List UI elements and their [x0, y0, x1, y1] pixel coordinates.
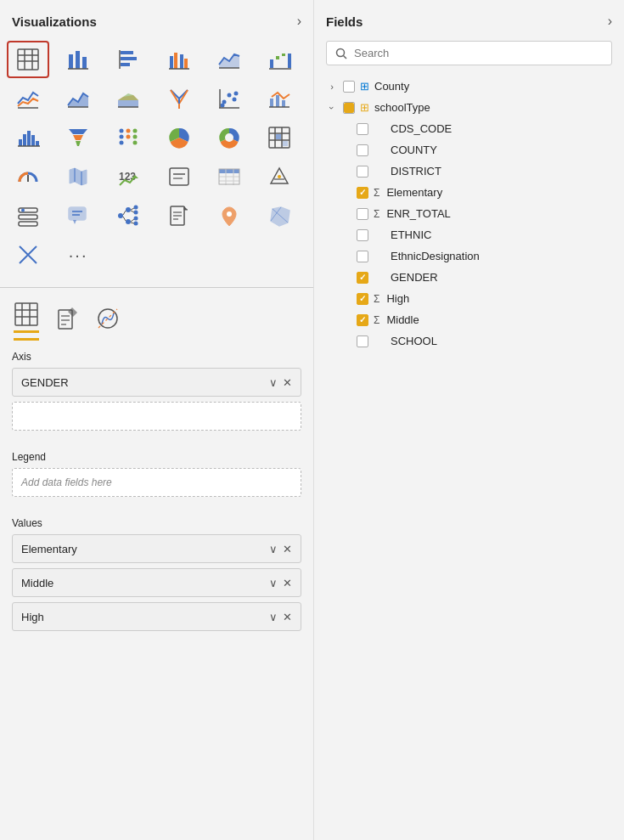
- viz-ribbon-icon[interactable]: [158, 80, 200, 117]
- enr-checkbox[interactable]: [357, 208, 368, 220]
- viz-kpi-icon[interactable]: 123: [107, 158, 149, 195]
- ethnic-checkbox[interactable]: [357, 229, 368, 241]
- viz-card-icon[interactable]: [158, 158, 200, 195]
- elementary-checkbox[interactable]: [357, 187, 368, 199]
- tree-middle-row[interactable]: Σ Middle: [334, 309, 617, 330]
- cds-label: CDS_CODE: [391, 122, 452, 135]
- viz-shape-map-icon[interactable]: [258, 197, 301, 234]
- search-box[interactable]: [326, 41, 612, 65]
- viz-waterfall-icon[interactable]: [258, 41, 301, 78]
- viz-map2-icon[interactable]: [208, 197, 250, 234]
- viz-smart-narrative-icon[interactable]: [258, 158, 301, 195]
- tree-ethnic-row[interactable]: ETHNIC: [334, 224, 617, 245]
- viz-matrix-icon[interactable]: [258, 119, 301, 156]
- county-checkbox[interactable]: [343, 81, 355, 93]
- tree-elementary-row[interactable]: Σ Elementary: [334, 182, 617, 203]
- viz-more-icon[interactable]: [7, 236, 49, 273]
- svg-line-103: [131, 211, 134, 212]
- values-field-high[interactable]: High ∨ ✕: [12, 602, 301, 631]
- viz-table2-icon[interactable]: [208, 158, 250, 195]
- county-field-checkbox[interactable]: [357, 144, 368, 156]
- viz-dotplot-icon[interactable]: [107, 119, 149, 156]
- viz-histogram-icon[interactable]: [7, 119, 49, 156]
- values-elementary-chevron-icon[interactable]: ∨: [269, 543, 278, 555]
- tree-enr-total-row[interactable]: Σ ENR_TOTAL: [334, 203, 617, 224]
- axis-empty-zone[interactable]: [12, 402, 301, 431]
- viz-speech-bubble-icon[interactable]: [57, 197, 99, 234]
- svg-line-101: [123, 217, 126, 221]
- cds-checkbox[interactable]: [357, 123, 368, 135]
- tree-high-row[interactable]: Σ High: [334, 288, 617, 309]
- values-middle-chevron-icon[interactable]: ∨: [269, 577, 278, 589]
- viz-horizontal-bar-icon[interactable]: [107, 41, 149, 78]
- values-field-middle[interactable]: Middle ∨ ✕: [12, 568, 301, 597]
- viz-stacked-area-icon[interactable]: [107, 80, 149, 117]
- tree-school-row[interactable]: SCHOOL: [334, 330, 617, 352]
- district-checkbox[interactable]: [357, 166, 368, 178]
- viz-expand-icon[interactable]: ›: [297, 14, 301, 29]
- tab-fields[interactable]: [14, 302, 39, 341]
- county-expand-chevron[interactable]: ›: [326, 82, 338, 92]
- schooltype-expand-chevron[interactable]: ›: [327, 102, 337, 114]
- middle-checkbox[interactable]: [357, 314, 368, 326]
- svg-marker-49: [69, 129, 87, 134]
- fields-expand-icon[interactable]: ›: [608, 14, 612, 29]
- axis-chevron-icon[interactable]: ∨: [269, 376, 278, 389]
- ethnicdesig-label: EthnicDesignation: [391, 250, 480, 262]
- tab-format[interactable]: [54, 306, 80, 336]
- tree-county-field-row[interactable]: COUNTY: [334, 139, 617, 161]
- tab-analytics[interactable]: [95, 306, 121, 336]
- viz-combo-icon[interactable]: [258, 80, 301, 117]
- fields-panel: Fields › › ⊞ County › ⊞ schoolType: [314, 0, 624, 840]
- viz-decomp-tree-icon[interactable]: [107, 197, 149, 234]
- viz-line-chart-icon[interactable]: [7, 80, 49, 117]
- svg-rect-20: [270, 59, 273, 68]
- values-high-chevron-icon[interactable]: ∨: [269, 611, 278, 623]
- viz-map-icon[interactable]: [57, 158, 99, 195]
- tree-county-row[interactable]: › ⊞ County: [321, 76, 617, 97]
- gender-checkbox[interactable]: [357, 272, 368, 284]
- viz-bar-chart-icon[interactable]: [57, 41, 99, 78]
- tree-district-row[interactable]: DISTRICT: [334, 161, 617, 182]
- svg-rect-6: [76, 51, 80, 69]
- enr-label: ENR_TOTAL: [386, 207, 450, 220]
- viz-gauge-icon[interactable]: [7, 158, 49, 195]
- viz-donut-chart-icon[interactable]: [208, 119, 250, 156]
- viz-ellipsis-icon[interactable]: ···: [57, 236, 99, 273]
- viz-slicer-icon[interactable]: [7, 197, 49, 234]
- values-elementary-remove-icon[interactable]: ✕: [283, 543, 292, 555]
- tree-cds-code-row[interactable]: CDS_CODE: [334, 118, 617, 139]
- legend-drop-zone[interactable]: Add data fields here: [12, 468, 301, 497]
- viz-paginated-report-icon[interactable]: [158, 197, 200, 234]
- axis-label: Axis: [12, 351, 301, 363]
- middle-sigma-icon: Σ: [374, 314, 379, 326]
- viz-funnel-icon[interactable]: [57, 119, 99, 156]
- school-label: SCHOOL: [391, 335, 437, 347]
- school-checkbox[interactable]: [357, 335, 368, 347]
- svg-rect-89: [69, 207, 86, 220]
- viz-area-chart2-icon[interactable]: [57, 80, 99, 117]
- axis-field-gender[interactable]: GENDER ∨ ✕: [12, 368, 301, 397]
- svg-rect-9: [121, 51, 133, 54]
- viz-table-icon[interactable]: [7, 41, 49, 78]
- viz-pie-chart-icon[interactable]: [158, 119, 200, 156]
- high-label: High: [386, 292, 409, 305]
- high-checkbox[interactable]: [357, 293, 368, 305]
- svg-rect-22: [282, 54, 285, 56]
- search-input[interactable]: [354, 47, 603, 59]
- tree-gender-row[interactable]: GENDER: [334, 267, 617, 288]
- svg-rect-14: [174, 53, 177, 69]
- ethnicdesig-checkbox[interactable]: [357, 251, 368, 262]
- axis-remove-icon[interactable]: ✕: [283, 376, 292, 389]
- values-middle-remove-icon[interactable]: ✕: [283, 577, 292, 589]
- svg-marker-30: [118, 93, 138, 100]
- viz-scatter-icon[interactable]: [208, 80, 250, 117]
- viz-area-chart-icon[interactable]: [208, 41, 250, 78]
- values-field-elementary[interactable]: Elementary ∨ ✕: [12, 534, 301, 563]
- schooltype-checkbox[interactable]: [343, 102, 355, 114]
- tree-ethnic-designation-row[interactable]: EthnicDesignation: [334, 245, 617, 267]
- values-high-remove-icon[interactable]: ✕: [283, 611, 292, 623]
- viz-grouped-bar-icon[interactable]: [158, 41, 200, 78]
- svg-line-131: [344, 55, 347, 59]
- tree-schooltype-row[interactable]: › ⊞ schoolType: [321, 97, 617, 118]
